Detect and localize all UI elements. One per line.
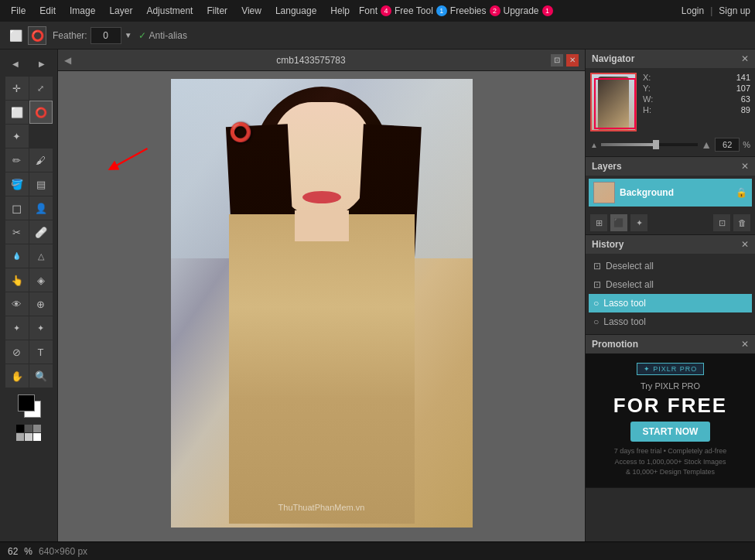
menu-upgrade[interactable]: Upgrade1 [502,2,553,19]
zoom-slider-thumb[interactable] [653,140,659,149]
canvas-close[interactable]: ✕ [566,54,579,67]
menu-freetool[interactable]: Free Tool1 [393,2,447,19]
antialias-label: Anti-alias [149,30,187,41]
history-close[interactable]: ✕ [741,239,749,250]
promo-box: ✦ PIXLR PRO Try PIXLR PRO FOR FREE START… [586,353,755,487]
move-tool[interactable]: ✛ [5,77,29,100]
promo-close[interactable]: ✕ [741,339,749,350]
navigator-title: Navigator [592,53,634,64]
navigator-coords: X: 141 Y: 107 W: 63 H: 89 [643,73,750,131]
tool-row-dodge: 💧 △ [3,244,54,268]
clone-stamp-tool[interactable]: ✂ [5,220,29,244]
promo-note: 7 days free trial • Completely ad-free A… [614,446,727,478]
history-item-2[interactable]: ○ Lasso tool [589,294,752,312]
menu-layer[interactable]: Layer [103,2,138,19]
paint-bucket-tool[interactable]: 🪣 [5,172,29,196]
menu-adjustment[interactable]: Adjustment [140,2,199,19]
healing-tool[interactable]: 🩹 [29,220,53,244]
zoom-in-icon[interactable]: ▲ [701,138,712,151]
smudge-tool[interactable]: 👆 [5,268,29,292]
pencil-tool[interactable]: ✏ [5,149,29,172]
text-tool[interactable]: T [29,340,53,364]
shape-tool[interactable]: ◻ [5,196,29,220]
promo-start-button[interactable]: START NOW [630,422,711,442]
canvas-nav-left[interactable]: ◀ [64,55,71,66]
antialias-checkbox-label[interactable]: ✓ Anti-alias [138,30,187,41]
redeye-tool[interactable]: 👁 [5,292,29,316]
nav-prev[interactable]: ◀ [6,54,25,73]
promo-main-label: FOR FREE [613,395,727,415]
layer-mask[interactable]: ⬛ [610,214,627,231]
menu-edit[interactable]: Edit [33,2,62,19]
transform-tool[interactable]: ⤢ [29,77,53,100]
signup-button[interactable]: Sign up [719,5,750,16]
hand-tool[interactable]: ✋ [5,364,29,388]
menu-view[interactable]: View [235,2,268,19]
rectangular-select-icon[interactable]: ⬜ [6,26,25,45]
coord-h: H: 89 [643,105,750,114]
vector-tool[interactable]: ✦ [5,316,29,340]
tool-row-redoye: 👁 ⊕ [3,292,54,316]
menu-language[interactable]: Language [269,2,323,19]
h-value: 89 [741,105,750,114]
canvas-image[interactable]: ⭕ ThuThuatPhanMem.vn [171,79,473,528]
history-icon-1: ⊡ [593,279,601,290]
color-swatches[interactable] [15,391,43,419]
layer-duplicate[interactable]: ⊡ [713,214,730,231]
gradient-tool[interactable]: ▤ [29,172,53,196]
w-label: W: [643,94,653,104]
image-dimensions: 640×960 px [39,546,87,557]
canvas-title: cmb1433575783 [77,55,545,66]
lasso-select-icon[interactable]: ⭕ [28,26,46,45]
layer-fx[interactable]: ✦ [630,214,647,231]
font-badge: 4 [381,5,391,16]
menu-filter[interactable]: Filter [200,2,234,19]
history-item-0[interactable]: ⊡ Deselect all [589,257,752,275]
tool-row-blur: 👆 ◈ [3,268,54,292]
magic-wand-tool[interactable]: ✦ [5,125,29,148]
lasso-tool[interactable]: ⭕ [29,101,53,124]
grid-cell-lgray[interactable] [33,425,41,432]
dodge-tool[interactable]: 💧 [5,244,29,268]
spot-tool[interactable]: ⊕ [29,292,53,316]
history-item-3[interactable]: ○ Lasso tool [589,312,752,331]
brush-tool[interactable]: 🖌 [29,149,53,172]
nav-next[interactable]: ▶ [32,54,51,73]
sharpen-tool[interactable]: ◈ [29,268,53,292]
nav-thumbnail[interactable] [590,73,637,131]
canvas-content[interactable]: ⭕ ThuThuatPhanMem.vn [58,71,585,541]
layers-close[interactable]: ✕ [741,161,749,172]
grid-cell-gray[interactable] [25,425,32,432]
feather-arrow[interactable]: ▼ [125,31,132,39]
history-item-1[interactable]: ⊡ Deselect all [589,275,752,294]
grid-cell-lccc[interactable] [25,433,32,441]
feather-input[interactable] [91,27,121,44]
grid-cell-silver[interactable] [16,433,24,441]
custom-shape-tool[interactable]: 👤 [29,196,53,220]
zoom-input[interactable] [715,138,740,152]
foreground-color-swatch[interactable] [18,394,35,411]
menu-freebies[interactable]: Freebies2 [449,2,500,19]
login-button[interactable]: Login [682,5,704,16]
zoom-slider[interactable] [601,143,698,146]
layer-delete[interactable]: 🗑 [733,214,750,231]
layer-new-group[interactable]: ⊞ [590,214,607,231]
grid-cell-white[interactable] [33,433,41,441]
layer-background[interactable]: Background 🔒 [589,179,752,207]
menu-help[interactable]: Help [324,2,356,19]
menu-font[interactable]: Font4 [357,2,391,19]
promo-header: Promotion ✕ [586,335,755,353]
canvas-maximize[interactable]: ⊡ [551,54,563,67]
menu-image[interactable]: Image [63,2,101,19]
nav-red-rect [594,78,636,129]
eye-tool[interactable]: ✦ [29,316,53,340]
zoom-out-icon[interactable]: ▲ [590,141,598,149]
zoom-tool[interactable]: 🔍 [29,364,53,388]
grid-cell-black[interactable] [16,425,24,432]
navigator-close[interactable]: ✕ [741,53,749,64]
color-grid-swatches[interactable] [16,425,41,441]
menu-file[interactable]: File [5,2,32,19]
marquee-tool[interactable]: ⬜ [5,101,29,124]
burn-tool[interactable]: △ [29,244,53,268]
eraser-tool[interactable]: ⊘ [5,340,29,364]
